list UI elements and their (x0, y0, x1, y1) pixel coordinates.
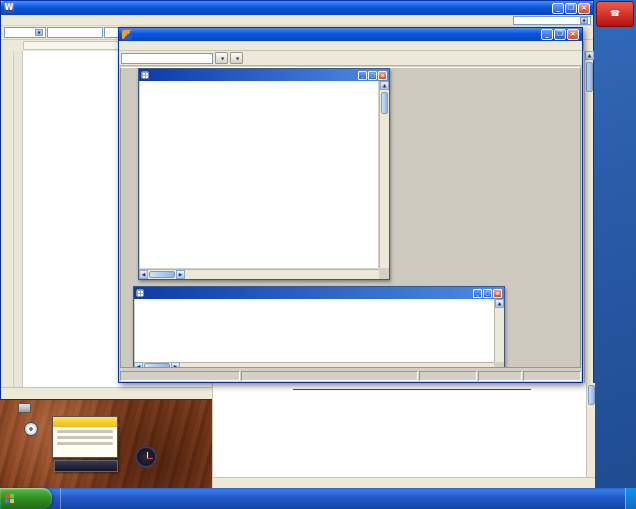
virtual-cd-shortcut[interactable] (8, 422, 54, 436)
scrollbar-corner (379, 269, 389, 279)
minimize-button[interactable]: _ (358, 71, 367, 80)
popup-title (53, 417, 117, 427)
data-grid (140, 81, 378, 268)
maximize-button[interactable]: □ (483, 289, 492, 298)
chevron-down-icon[interactable]: ▼ (35, 29, 43, 36)
vertical-ruler[interactable] (14, 51, 23, 387)
spreadsheet-icon (136, 289, 144, 297)
printer-shortcut[interactable] (4, 403, 44, 413)
quick-launch (52, 488, 61, 509)
horizontal-scrollbar[interactable]: ◀ ▶ (134, 362, 494, 368)
word-2-status-bar (213, 477, 595, 488)
statistica-app-icon (122, 30, 132, 40)
vertical-scrollbar[interactable] (586, 383, 595, 477)
vertical-scrollbar[interactable]: ▲ (494, 299, 504, 362)
scroll-left-icon[interactable]: ◀ (134, 362, 143, 368)
question-box[interactable]: ▼ (513, 16, 591, 25)
spreadsheet-icon (141, 71, 149, 79)
vertical-scrollbar[interactable]: ▲ (584, 51, 593, 387)
customize-button[interactable] (54, 460, 118, 472)
status-sel[interactable] (478, 371, 522, 381)
restore-button[interactable]: ❐ (554, 29, 566, 40)
scrollbar-thumb[interactable] (149, 271, 175, 278)
phone-number-widget[interactable]: ☎ (596, 1, 634, 27)
data-window-titlebar[interactable]: _ □ × (139, 69, 389, 81)
specs-window-titlebar[interactable]: _ □ × (134, 287, 504, 299)
status-ready (120, 371, 240, 381)
windows-flag-icon (5, 494, 14, 503)
data-spreadsheet-window: _ □ × ▲ ◀ ▶ (138, 68, 390, 280)
status-output[interactable] (419, 371, 477, 381)
cd-icon (24, 422, 38, 436)
specs-grid (135, 299, 494, 362)
chart-x-axis (213, 383, 586, 403)
document-2-content[interactable] (213, 383, 586, 477)
chevron-down-icon[interactable]: ▼ (580, 17, 588, 24)
scroll-up-icon[interactable]: ▲ (585, 51, 594, 60)
timer-gadget[interactable] (126, 446, 166, 476)
popup-text-line (57, 430, 113, 433)
desktop-icons-column (594, 0, 636, 488)
maximize-button[interactable]: □ (368, 71, 377, 80)
popup-text-line (57, 442, 113, 445)
popup-text-line (57, 436, 113, 439)
statistica-client-area: _ □ × ▲ ◀ ▶ (120, 67, 581, 368)
statistica-toolbar: ▼ ▼ (119, 51, 582, 66)
scrollbar-thumb[interactable] (588, 385, 595, 405)
scrollbar-thumb[interactable] (381, 92, 388, 114)
cases-button[interactable]: ▼ (230, 52, 243, 64)
statistica-window: _ ❐ × ▼ ▼ _ □ × (118, 27, 583, 383)
phone-icon: ☎ (610, 10, 620, 18)
minimize-button[interactable]: _ (473, 289, 482, 298)
start-button[interactable] (0, 488, 52, 509)
word-left-toolbar (1, 51, 14, 387)
close-button[interactable]: × (578, 3, 590, 14)
desktop-wallpaper (0, 400, 212, 488)
word-titlebar[interactable]: W _ ❐ × (1, 1, 593, 15)
minimize-button[interactable]: _ (552, 3, 564, 14)
clock-face-icon (135, 446, 157, 468)
scroll-right-icon[interactable]: ▶ (171, 362, 180, 368)
taskbar (0, 488, 636, 509)
minimize-button[interactable]: _ (541, 29, 553, 40)
word-app-icon: W (4, 3, 14, 13)
vars-button[interactable]: ▼ (215, 52, 228, 64)
scrollbar-thumb[interactable] (144, 363, 170, 368)
printer-icon (18, 403, 31, 413)
scrollbar-corner (494, 362, 504, 368)
scroll-up-icon[interactable]: ▲ (380, 81, 389, 90)
taskbar-tasks (61, 488, 625, 509)
status-weight[interactable] (523, 371, 581, 381)
font-combo[interactable] (47, 27, 103, 38)
scrollbar-thumb[interactable] (586, 62, 593, 92)
system-tray (625, 488, 636, 509)
style-combo[interactable]: ▼ (4, 27, 46, 38)
chevron-down-icon: ▼ (221, 56, 224, 61)
scroll-up-icon[interactable]: ▲ (495, 299, 504, 308)
horizontal-scrollbar[interactable]: ◀ ▶ (139, 269, 379, 279)
status-empty-panel (241, 371, 418, 381)
scroll-right-icon[interactable]: ▶ (176, 270, 185, 279)
cell-value-box[interactable] (121, 53, 213, 64)
chevron-down-icon: ▼ (236, 56, 239, 61)
popup-window (52, 416, 118, 458)
word-document-2 (212, 383, 595, 488)
vertical-scrollbar[interactable]: ▲ (379, 81, 389, 268)
statistica-menu-bar (119, 41, 582, 51)
scroll-left-icon[interactable]: ◀ (139, 270, 148, 279)
axis-line (293, 389, 531, 390)
word-menu-bar: ▼ (1, 15, 593, 26)
restore-button[interactable]: ❐ (565, 3, 577, 14)
close-button[interactable]: × (567, 29, 579, 40)
statistica-titlebar[interactable]: _ ❐ × (119, 28, 582, 41)
variable-specs-window: _ □ × ▲ ◀ ▶ (133, 286, 505, 368)
statistica-status-bar (119, 369, 582, 382)
desktop: ☎ W _ ❐ (0, 0, 636, 509)
close-button[interactable]: × (378, 71, 387, 80)
close-button[interactable]: × (493, 289, 502, 298)
